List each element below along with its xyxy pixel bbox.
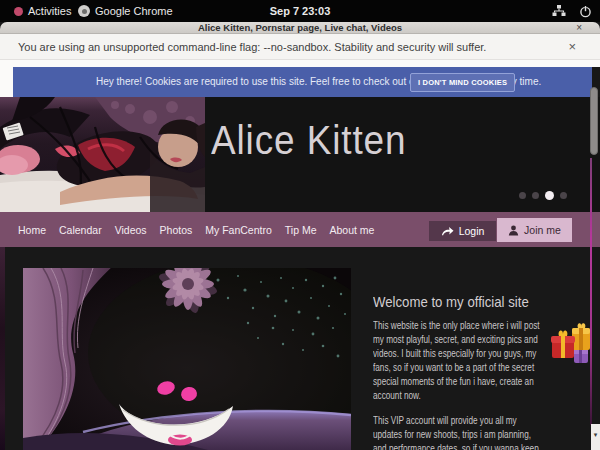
main-content: Welcome to my official site This website… <box>0 247 600 450</box>
welcome-heading: Welcome to my official site <box>373 293 549 310</box>
page-viewport: Hey there! Cookies are required to use t… <box>0 60 600 450</box>
body-background-edge <box>0 247 5 450</box>
clock-button[interactable]: Sep 7 23:03 <box>0 0 600 22</box>
carousel-dot-4[interactable] <box>560 192 567 199</box>
intro-paragraph-2: This VIP account will provide you all my… <box>373 413 543 450</box>
gift-rewards-widget[interactable] <box>550 320 594 372</box>
carousel-dots <box>519 191 567 200</box>
login-label: Login <box>459 225 485 237</box>
chrome-infobar: You are using an unsupported command-lin… <box>0 34 600 60</box>
infobar-message: You are using an unsupported command-lin… <box>18 34 486 60</box>
window-title: Alice Kitten, Pornstar page, Live chat, … <box>0 22 600 34</box>
login-arrow-icon <box>441 226 454 236</box>
intro-paragraph-1: This website is the only place where i w… <box>373 318 543 402</box>
body-background-edge-right <box>590 158 592 425</box>
carousel-dot-2[interactable] <box>532 192 539 199</box>
scrollbar-down-button[interactable]: ▾ <box>591 424 600 450</box>
header-banner-photo <box>0 97 205 212</box>
nav-item-myfancentro[interactable]: My FanCentro <box>205 224 272 236</box>
window-titlebar: Alice Kitten, Pornstar page, Live chat, … <box>0 22 600 34</box>
nav-items: Home Calendar Videos Photos My FanCentro… <box>18 212 374 247</box>
cheshire-cat-image <box>23 268 351 450</box>
join-button[interactable]: Join me <box>497 218 572 242</box>
model-photo-illustration <box>0 97 205 212</box>
gift-boxes-icon <box>550 320 594 368</box>
nav-item-tipme[interactable]: Tip Me <box>285 224 317 236</box>
site-title: Alice Kitten <box>211 117 406 164</box>
cookie-accept-button[interactable]: I DON'T MIND COOKIES <box>410 73 515 92</box>
nav-item-home[interactable]: Home <box>18 224 46 236</box>
page-top-background <box>0 60 600 67</box>
carousel-dot-1[interactable] <box>519 192 526 199</box>
nav-item-photos[interactable]: Photos <box>160 224 193 236</box>
nav-item-aboutme[interactable]: About me <box>330 224 375 236</box>
site-header: Alice Kitten <box>0 97 600 212</box>
nav-item-videos[interactable]: Videos <box>115 224 147 236</box>
join-label: Join me <box>524 224 561 236</box>
page-left-background <box>0 60 13 97</box>
infobar-close-button[interactable]: × <box>568 34 576 60</box>
power-icon[interactable] <box>579 5 592 18</box>
carousel-dot-3-active[interactable] <box>545 191 554 200</box>
cheshire-cat-illustration <box>23 268 351 450</box>
scroll-down-arrow-icon: ▾ <box>594 431 598 438</box>
cookie-banner: Hey there! Cookies are required to use t… <box>13 67 592 97</box>
scrollbar-thumb[interactable] <box>590 87 598 155</box>
login-button[interactable]: Login <box>429 221 496 241</box>
intro-text: This website is the only place where i w… <box>373 318 543 450</box>
network-icon[interactable] <box>552 5 566 17</box>
desktop: Activities Google Chrome Sep 7 23:03 Ali… <box>0 0 600 450</box>
person-icon <box>508 225 519 236</box>
window-close-button[interactable]: × <box>576 22 582 34</box>
main-nav: Home Calendar Videos Photos My FanCentro… <box>0 212 600 247</box>
system-tray <box>552 0 592 22</box>
gnome-top-bar: Activities Google Chrome Sep 7 23:03 <box>0 0 600 22</box>
nav-item-calendar[interactable]: Calendar <box>59 224 102 236</box>
